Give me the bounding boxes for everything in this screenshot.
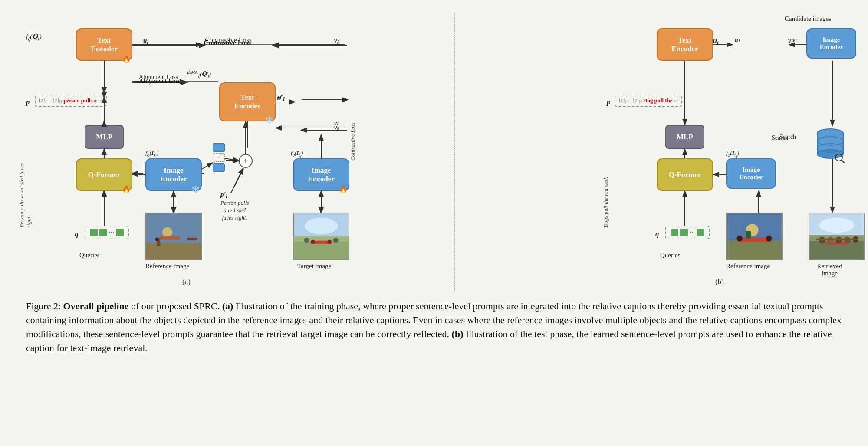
f-phi-label: fφ(Iri)	[145, 150, 158, 159]
mlp-b: MLP	[665, 125, 704, 149]
svg-line-45	[202, 163, 213, 169]
p-label-b: p	[607, 98, 611, 106]
f-zeta-ema-label: fEMAζ(Q̃'i)	[187, 69, 211, 79]
q-label-b: q	[655, 230, 659, 239]
svg-point-22	[155, 238, 159, 241]
reference-image-thumb-b	[726, 213, 783, 260]
svg-point-84	[766, 236, 772, 241]
sub-label-b: (b)	[715, 278, 724, 286]
svg-point-83	[736, 236, 742, 241]
queries-label-a: Queries	[79, 252, 100, 259]
target-image-thumb-a	[293, 213, 349, 260]
u-i-label-b: ui	[713, 37, 719, 46]
f-theta-label: fθ(Iti)	[291, 150, 303, 159]
target-image-label-a: Target image	[297, 262, 331, 270]
svg-text:uᵢ: uᵢ	[735, 37, 740, 43]
diagram-a: fζ(Q̃i) Text Encoder 🔥 ui Contrastive Lo…	[17, 13, 455, 291]
candidate-label-b: Candidate images	[785, 15, 831, 23]
qformer-b: Q-Former	[657, 158, 713, 191]
image-encoder-top-b: Image Encoder	[806, 28, 856, 59]
svg-line-78	[842, 160, 845, 163]
svg-point-18	[162, 227, 172, 237]
arrows-b: vᵢ Search uᵢ	[455, 13, 851, 291]
ref-image-label-a: Reference image	[145, 262, 189, 270]
reference-image-thumb-a	[145, 213, 202, 260]
image-encoder-target-a: Image Encoder 🔥	[293, 158, 349, 191]
stacked-tokens-a: ···	[213, 143, 225, 172]
svg-rect-80	[727, 241, 781, 259]
diagrams-row: fζ(Q̃i) Text Encoder 🔥 ui Contrastive Lo…	[17, 13, 851, 291]
qformer-a: Q-Former 🔥	[76, 158, 132, 191]
caption-bold-a: (a)	[222, 301, 233, 312]
svg-point-28	[311, 240, 315, 244]
svg-point-89	[819, 218, 854, 233]
u-i-label-a: ui	[143, 37, 148, 46]
svg-point-31	[333, 238, 339, 243]
ref-image-label-b: Reference image	[726, 262, 770, 270]
q-label-a: q	[75, 230, 79, 239]
v-i-label-b: vi	[788, 37, 793, 46]
image-encoder-a: Image Encoder ❄️	[145, 158, 202, 191]
contrastive-loss-vertical-a: Contrastive Loss	[349, 52, 356, 161]
queries-a: ···	[85, 226, 129, 239]
v-i-ema-label-a: vi	[334, 124, 339, 133]
mlp-a: MLP	[85, 125, 124, 149]
queries-b: ···	[665, 226, 710, 239]
svg-rect-82	[737, 238, 771, 242]
retrieved-image-thumb-b	[809, 213, 865, 260]
caption-bold-pipeline: Overall pipeline	[63, 301, 129, 312]
sub-label-a: (a)	[182, 278, 191, 286]
prompt-tokens-a: [z]1 ··· [z]N person pulls a ···	[35, 95, 107, 107]
text-encoder-b: Text Encoder	[657, 28, 713, 61]
svg-point-29	[327, 240, 332, 244]
svg-rect-19	[159, 236, 180, 240]
caption-rotated-a: Person pulls a red sled faces right.	[18, 158, 32, 228]
database-b	[815, 128, 845, 164]
contrastive-loss-display: Contrastive Loss	[204, 39, 251, 47]
diagram-b: vᵢ Search uᵢ Candidate images Text Encod…	[455, 13, 851, 291]
svg-text:vᵢ: vᵢ	[792, 37, 797, 43]
svg-point-30	[304, 238, 309, 243]
svg-line-47	[231, 168, 243, 193]
image-encoder-bot-b: Image Encoder	[726, 158, 776, 189]
caption-bold-b: (b)	[452, 328, 464, 339]
text-encoder-trained-a: Text Encoder 🔥	[76, 28, 132, 61]
plus-circle-a: +	[239, 154, 253, 168]
svg-rect-17	[146, 243, 201, 259]
svg-rect-96	[816, 239, 858, 240]
queries-label-b: Queries	[660, 252, 681, 259]
f-zeta-label-a: fζ(Q̃i)	[26, 33, 42, 42]
svg-rect-85	[746, 231, 751, 238]
u-prime-label-a: u'i	[278, 93, 285, 102]
caption-rotated-b: Dogs pull the red sled.	[602, 158, 609, 228]
svg-line-13	[234, 169, 243, 187]
caption-text-1: of our proposed SPRC.	[131, 301, 222, 312]
p-label-a: p	[26, 98, 30, 106]
svg-line-46	[225, 158, 239, 161]
svg-rect-21	[187, 238, 197, 240]
fig-label: Figure 2:	[26, 301, 61, 312]
prompt-tokens-b: [z]1 ··· [z]N Dog pull the ···	[615, 95, 682, 107]
svg-point-26	[304, 218, 338, 235]
alignment-loss-label-a: Alignment Loss	[139, 77, 181, 85]
main-container: fζ(Q̃i) Text Encoder 🔥 ui Contrastive Lo…	[17, 13, 851, 355]
search-label-b: Search	[772, 134, 788, 141]
retrieved-image-label-b: Retrieved image	[809, 262, 851, 277]
text-encoder-ema-a: Text Encoder ❄️	[219, 82, 276, 121]
caption-note-a: Person pullsa red sledfaces right.	[220, 200, 249, 222]
caption-section: Figure 2: Overall pipeline of our propos…	[17, 295, 851, 355]
f-phi-label-b: fφ(Iri)	[726, 150, 739, 159]
v-i-label-a: vi	[334, 37, 339, 46]
p-prime-label-a: p'i	[220, 191, 227, 200]
